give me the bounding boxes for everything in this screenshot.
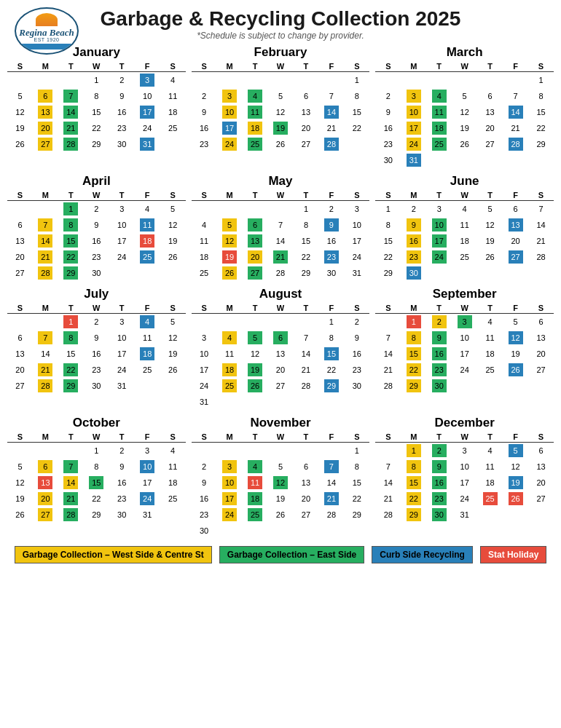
day-number: 30: [114, 508, 129, 521]
day-cell: 9: [109, 88, 135, 104]
day-cell: 17: [135, 104, 160, 120]
day-cell: 15: [58, 346, 84, 362]
day-cell: 8: [528, 88, 554, 104]
day-cell: 10: [426, 217, 452, 233]
day-cell: [426, 265, 452, 281]
day-cell: 7: [375, 330, 401, 346]
day-cell: [268, 523, 294, 539]
week-row: 2345678: [192, 459, 370, 475]
day-cell: 8: [375, 217, 401, 233]
day-number: 9: [197, 476, 211, 489]
day-cell: 22: [58, 249, 84, 265]
day-cell: 6: [243, 217, 268, 233]
day-number: 24: [140, 492, 154, 505]
day-cell: 31: [401, 152, 426, 168]
day-cell: 18: [135, 233, 160, 249]
day-number: 26: [273, 138, 288, 151]
day-cell: 25: [426, 136, 452, 152]
day-number: 16: [350, 347, 364, 360]
day-number: 7: [299, 331, 313, 344]
day-header: F: [318, 432, 344, 443]
day-number: 8: [89, 460, 103, 473]
day-cell: 4: [160, 72, 186, 89]
day-cell: 26: [7, 136, 33, 152]
day-number: 27: [509, 250, 523, 264]
month-july: JulySMTWTFS12345678910111213141516171819…: [7, 287, 186, 410]
day-cell: 15: [318, 346, 344, 362]
day-number: 6: [483, 90, 498, 103]
day-cell: 25: [477, 491, 503, 507]
day-cell: 21: [375, 362, 401, 378]
day-header: S: [7, 432, 33, 443]
day-number: 19: [483, 234, 498, 248]
day-header: W: [84, 190, 109, 201]
month-september: SeptemberSMTWTFS123456789101112131415161…: [375, 287, 554, 410]
day-cell: 23: [318, 249, 344, 265]
day-header: T: [58, 432, 84, 443]
day-cell: [58, 72, 84, 89]
week-row: 13141516171819: [7, 346, 186, 362]
day-number: 8: [63, 331, 78, 344]
day-cell: 24: [452, 491, 477, 507]
day-header: S: [528, 61, 554, 72]
day-cell: 4: [135, 201, 160, 218]
day-cell: 12: [7, 475, 33, 491]
day-cell: 29: [58, 378, 84, 394]
day-number: 2: [432, 444, 447, 457]
day-number: 3: [350, 202, 364, 215]
day-cell: 15: [344, 475, 369, 491]
day-cell: 22: [401, 491, 426, 507]
day-header: M: [33, 432, 58, 443]
day-number: 9: [432, 460, 447, 473]
day-cell: 1: [344, 72, 369, 89]
day-cell: 5: [7, 459, 33, 475]
day-number: 2: [89, 315, 103, 328]
day-cell: 15: [528, 104, 554, 120]
day-number: 19: [222, 250, 237, 264]
day-cell: 15: [58, 233, 84, 249]
day-number: 26: [165, 363, 180, 376]
day-cell: 26: [503, 491, 528, 507]
day-number: 1: [534, 74, 549, 87]
week-row: 14151617181920: [375, 346, 554, 362]
week-row: 3031: [375, 152, 554, 168]
day-header: T: [109, 303, 135, 314]
day-number: 21: [381, 363, 396, 376]
day-number: 3: [222, 460, 237, 473]
day-number: 7: [381, 460, 396, 473]
day-cell: 14: [58, 475, 84, 491]
day-cell: 26: [477, 249, 503, 265]
day-cell: 16: [192, 120, 217, 136]
day-number: 8: [324, 331, 339, 344]
week-row: 2728293031: [7, 378, 186, 394]
week-row: 16171819202122: [192, 491, 370, 507]
day-cell: 12: [452, 104, 477, 120]
day-header: S: [7, 61, 33, 72]
day-cell: 27: [528, 491, 554, 507]
day-number: 15: [63, 347, 78, 360]
day-cell: 29: [84, 507, 109, 523]
day-cell: 28: [375, 507, 401, 523]
day-cell: 16: [84, 233, 109, 249]
day-cell: [268, 72, 294, 89]
day-cell: 5: [217, 217, 243, 233]
day-cell: 6: [528, 443, 554, 459]
month-title: September: [375, 287, 554, 301]
day-number: 17: [114, 347, 129, 360]
day-cell: 24: [217, 507, 243, 523]
day-number: 2: [381, 90, 396, 103]
day-cell: 30: [109, 136, 135, 152]
day-cell: 18: [243, 491, 268, 507]
day-cell: 3: [109, 201, 135, 218]
day-number: 4: [483, 315, 498, 328]
day-cell: [160, 507, 186, 523]
day-number: 25: [140, 363, 154, 376]
day-number: 30: [114, 138, 129, 151]
day-number: 3: [140, 444, 154, 457]
day-cell: 23: [192, 136, 217, 152]
day-number: 13: [483, 106, 498, 119]
day-number: 2: [350, 315, 364, 328]
day-cell: 28: [528, 249, 554, 265]
day-number: 10: [350, 218, 364, 232]
day-cell: 14: [318, 104, 344, 120]
